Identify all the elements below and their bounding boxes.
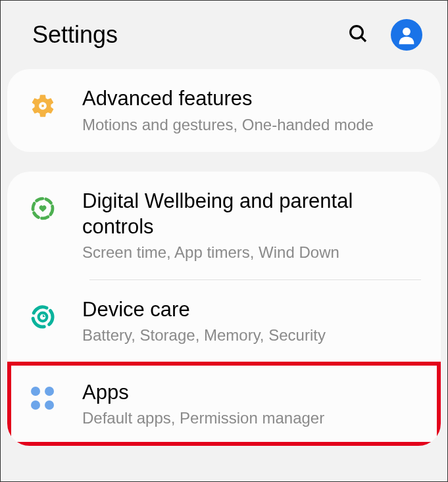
- settings-group-2: Digital Wellbeing and parental controls …: [7, 172, 441, 446]
- item-title: Digital Wellbeing and parental controls: [82, 189, 421, 240]
- settings-item-advanced-features[interactable]: Advanced features Motions and gestures, …: [7, 69, 441, 152]
- settings-item-apps[interactable]: Apps Default apps, Permission manager: [7, 363, 441, 446]
- item-title: Device care: [82, 297, 421, 323]
- item-title: Apps: [82, 380, 421, 406]
- advanced-features-icon: [27, 86, 59, 119]
- settings-header: Settings: [1, 1, 447, 69]
- apps-icon: [27, 380, 59, 410]
- digital-wellbeing-icon: [27, 189, 59, 222]
- page-title: Settings: [32, 21, 334, 49]
- item-text: Advanced features Motions and gestures, …: [82, 86, 421, 135]
- svg-line-1: [361, 37, 366, 41]
- device-care-icon: [27, 297, 59, 330]
- item-text: Device care Battery, Storage, Memory, Se…: [82, 297, 421, 346]
- settings-group-1: Advanced features Motions and gestures, …: [7, 69, 441, 152]
- svg-point-2: [403, 28, 411, 36]
- svg-point-0: [351, 26, 363, 39]
- item-subtitle: Screen time, App timers, Wind Down: [82, 242, 421, 262]
- highlighted-item: Apps Default apps, Permission manager: [7, 363, 441, 446]
- settings-item-device-care[interactable]: Device care Battery, Storage, Memory, Se…: [7, 280, 441, 363]
- item-title: Advanced features: [82, 86, 421, 112]
- item-subtitle: Default apps, Permission manager: [82, 408, 421, 428]
- svg-rect-4: [41, 105, 43, 107]
- item-subtitle: Motions and gestures, One-handed mode: [82, 114, 421, 135]
- settings-item-digital-wellbeing[interactable]: Digital Wellbeing and parental controls …: [7, 172, 441, 280]
- item-subtitle: Battery, Storage, Memory, Security: [82, 325, 421, 345]
- item-text: Apps Default apps, Permission manager: [82, 380, 421, 429]
- header-actions: [347, 19, 422, 51]
- item-text: Digital Wellbeing and parental controls …: [82, 189, 421, 263]
- search-icon[interactable]: [347, 23, 368, 47]
- account-avatar[interactable]: [391, 19, 422, 51]
